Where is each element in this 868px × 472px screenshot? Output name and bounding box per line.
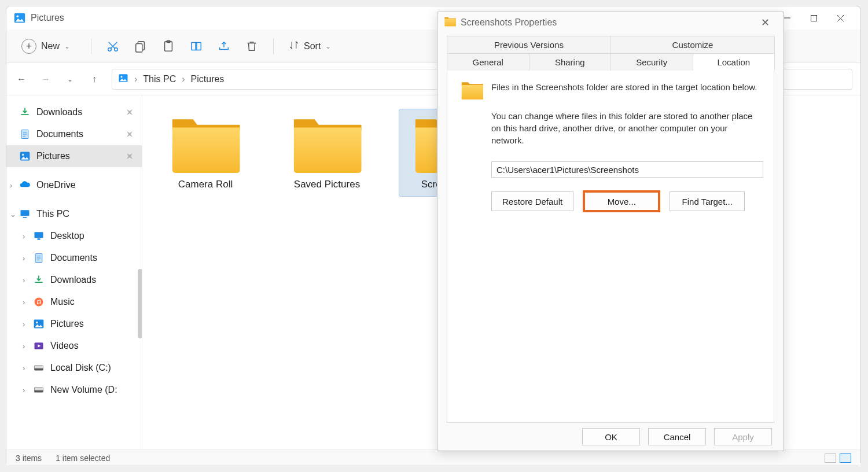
folder-label: Camera Roll bbox=[178, 179, 233, 190]
copy-icon[interactable] bbox=[134, 40, 147, 53]
sidebar-item-local-disk-c-[interactable]: ›Local Disk (C:) bbox=[6, 357, 142, 379]
sort-button[interactable]: Sort ⌄ bbox=[289, 40, 331, 53]
sidebar-item-label: Desktop bbox=[50, 231, 84, 241]
tab-general[interactable]: General bbox=[447, 53, 529, 71]
tab-customize[interactable]: Customize bbox=[610, 36, 775, 53]
find-target-button[interactable]: Find Target... bbox=[670, 191, 745, 211]
sidebar-item-label: Music bbox=[50, 297, 75, 307]
chevron-down-icon: ⌄ bbox=[325, 42, 331, 50]
sidebar-item-label: New Volume (D: bbox=[50, 385, 117, 395]
close-button[interactable] bbox=[827, 9, 854, 27]
forward-button[interactable]: → bbox=[39, 72, 53, 86]
svg-rect-30 bbox=[35, 390, 43, 392]
up-button[interactable]: ↑ bbox=[87, 72, 101, 86]
sidebar-item-label: Downloads bbox=[50, 275, 96, 285]
move-button[interactable]: Move... bbox=[584, 191, 659, 211]
sidebar-item-documents[interactable]: Documents bbox=[6, 123, 142, 145]
sidebar-item-desktop[interactable]: ›Desktop bbox=[6, 225, 142, 247]
tab-location-panel: Files in the Screenshots folder are stor… bbox=[447, 70, 774, 423]
crumb-current[interactable]: Pictures bbox=[191, 74, 225, 84]
location-path-input[interactable]: C:\Users\acer1\Pictures\Screenshots bbox=[491, 161, 763, 178]
sidebar-item-label: Local Disk (C:) bbox=[50, 363, 111, 373]
maximize-button[interactable] bbox=[800, 9, 827, 27]
back-button[interactable]: ← bbox=[14, 72, 28, 86]
sidebar-item-documents[interactable]: ›Documents bbox=[6, 247, 142, 269]
icons-view-icon[interactable] bbox=[840, 453, 851, 463]
ok-button[interactable]: OK bbox=[582, 428, 640, 445]
sidebar-item-pictures[interactable]: Pictures bbox=[6, 145, 142, 167]
share-icon[interactable] bbox=[218, 40, 230, 53]
details-view-icon[interactable] bbox=[825, 453, 836, 463]
new-button[interactable]: + New ⌄ bbox=[16, 35, 76, 57]
download-icon bbox=[19, 106, 31, 118]
folder-icon bbox=[461, 81, 483, 99]
svg-rect-16 bbox=[21, 210, 30, 216]
item-count: 3 items bbox=[16, 453, 42, 463]
chevron-right-icon: › bbox=[182, 74, 185, 84]
pictures-app-icon bbox=[13, 12, 26, 24]
sidebar-item-downloads[interactable]: ›Downloads bbox=[6, 269, 142, 291]
svg-point-15 bbox=[22, 154, 24, 156]
folder-camera-roll[interactable]: Camera Roll bbox=[156, 109, 255, 196]
sidebar-item-new-volume-d-[interactable]: ›New Volume (D: bbox=[6, 379, 142, 401]
download-icon bbox=[33, 274, 45, 286]
expander-icon[interactable]: › bbox=[23, 386, 31, 394]
svg-point-21 bbox=[35, 298, 43, 307]
videos-icon bbox=[33, 340, 45, 352]
rename-icon[interactable] bbox=[190, 40, 203, 53]
thispc-icon bbox=[19, 208, 31, 220]
chevron-right-icon: › bbox=[134, 74, 137, 84]
onedrive-icon bbox=[19, 179, 31, 191]
sidebar-item-label: Downloads bbox=[36, 107, 82, 117]
expander-icon[interactable]: ⌄ bbox=[10, 210, 18, 219]
cut-icon[interactable] bbox=[106, 40, 119, 53]
expander-icon[interactable]: › bbox=[23, 254, 31, 263]
expander-icon[interactable]: › bbox=[23, 320, 31, 329]
expander-icon[interactable]: › bbox=[23, 232, 31, 241]
cancel-button[interactable]: Cancel bbox=[648, 428, 706, 445]
plus-icon: + bbox=[21, 39, 36, 54]
dialog-title: Screenshots Properties bbox=[461, 17, 557, 28]
expander-icon[interactable]: › bbox=[23, 342, 31, 351]
folder-icon bbox=[444, 16, 456, 29]
sidebar-item-label: Videos bbox=[50, 341, 79, 351]
dialog-titlebar: Screenshots Properties ✕ bbox=[437, 12, 784, 32]
sidebar-item-label: Pictures bbox=[50, 319, 84, 329]
expander-icon[interactable]: › bbox=[10, 181, 18, 190]
crumb-root[interactable]: This PC bbox=[143, 74, 176, 84]
expander-icon[interactable]: › bbox=[23, 364, 31, 373]
view-toggle[interactable] bbox=[825, 453, 851, 463]
tab-location[interactable]: Location bbox=[693, 53, 775, 71]
disk-icon bbox=[33, 384, 45, 396]
expander-icon[interactable]: › bbox=[23, 298, 31, 307]
sidebar-item-videos[interactable]: ›Videos bbox=[6, 335, 142, 357]
svg-point-12 bbox=[121, 76, 123, 78]
restore-default-button[interactable]: Restore Default bbox=[491, 191, 573, 211]
desktop-icon bbox=[33, 230, 45, 242]
sort-icon bbox=[289, 40, 299, 53]
recent-dropdown[interactable]: ⌄ bbox=[63, 72, 77, 86]
sidebar-item-music[interactable]: ›Music bbox=[6, 291, 142, 313]
delete-icon[interactable] bbox=[245, 40, 258, 53]
sidebar-item-this-pc[interactable]: ⌄This PC bbox=[6, 203, 142, 225]
svg-point-23 bbox=[39, 302, 41, 304]
dialog-close-button[interactable]: ✕ bbox=[753, 14, 777, 31]
pictures-icon bbox=[19, 150, 31, 162]
pictures-icon bbox=[118, 73, 128, 86]
svg-rect-6 bbox=[136, 43, 142, 52]
sidebar-item-label: Documents bbox=[36, 129, 83, 139]
folder-icon bbox=[292, 115, 362, 173]
folder-saved-pictures[interactable]: Saved Pictures bbox=[278, 109, 376, 196]
document-icon bbox=[19, 128, 31, 140]
sidebar-item-label: Pictures bbox=[36, 151, 70, 161]
paste-icon[interactable] bbox=[162, 40, 175, 53]
expander-icon[interactable]: › bbox=[23, 276, 31, 285]
sidebar-item-pictures[interactable]: ›Pictures bbox=[6, 313, 142, 335]
tab-previous-versions[interactable]: Previous Versions bbox=[447, 36, 611, 53]
tab-sharing[interactable]: Sharing bbox=[529, 53, 612, 71]
sidebar-item-onedrive[interactable]: ›OneDrive bbox=[6, 174, 142, 196]
tab-security[interactable]: Security bbox=[610, 53, 693, 71]
apply-button[interactable]: Apply bbox=[714, 428, 772, 445]
sidebar-item-downloads[interactable]: Downloads bbox=[6, 101, 142, 123]
folder-icon bbox=[171, 115, 240, 173]
